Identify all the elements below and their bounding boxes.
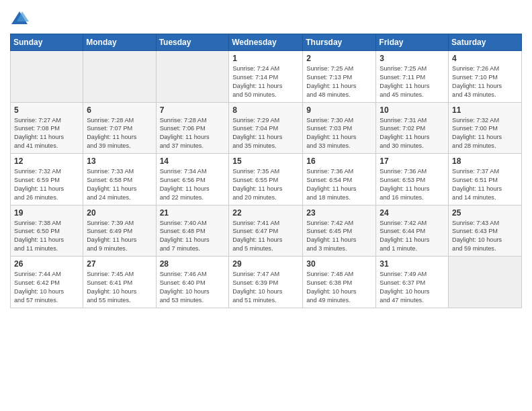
day-number: 5 (14, 105, 79, 115)
calendar-header-thursday: Thursday (303, 34, 376, 51)
calendar-cell: 7Sunrise: 7:28 AM Sunset: 7:06 PM Daylig… (156, 102, 229, 154)
calendar-cell: 1Sunrise: 7:24 AM Sunset: 7:14 PM Daylig… (229, 51, 303, 103)
calendar-cell (449, 257, 522, 308)
day-info: Sunrise: 7:49 AM Sunset: 6:37 PM Dayligh… (380, 270, 445, 305)
day-info: Sunrise: 7:42 AM Sunset: 6:44 PM Dayligh… (380, 219, 445, 254)
calendar-cell: 26Sunrise: 7:44 AM Sunset: 6:42 PM Dayli… (11, 257, 83, 308)
day-number: 8 (232, 105, 299, 115)
day-info: Sunrise: 7:40 AM Sunset: 6:48 PM Dayligh… (160, 219, 226, 254)
calendar-cell: 20Sunrise: 7:39 AM Sunset: 6:49 PM Dayli… (83, 205, 156, 257)
calendar-cell: 28Sunrise: 7:46 AM Sunset: 6:40 PM Dayli… (156, 257, 229, 308)
calendar-cell: 8Sunrise: 7:29 AM Sunset: 7:04 PM Daylig… (229, 102, 303, 154)
calendar-cell (11, 51, 83, 103)
calendar-week-5: 26Sunrise: 7:44 AM Sunset: 6:42 PM Dayli… (11, 257, 522, 308)
day-number: 27 (87, 259, 152, 269)
day-number: 29 (232, 259, 299, 269)
day-number: 24 (380, 208, 445, 218)
day-info: Sunrise: 7:35 AM Sunset: 6:55 PM Dayligh… (232, 167, 299, 202)
calendar-cell (156, 51, 229, 103)
day-number: 14 (160, 156, 226, 166)
day-number: 25 (452, 208, 518, 218)
calendar-cell: 19Sunrise: 7:38 AM Sunset: 6:50 PM Dayli… (11, 205, 83, 257)
calendar-cell: 2Sunrise: 7:25 AM Sunset: 7:13 PM Daylig… (303, 51, 376, 103)
day-number: 6 (87, 105, 152, 115)
day-number: 19 (14, 208, 79, 218)
calendar-header-monday: Monday (83, 34, 156, 51)
day-info: Sunrise: 7:28 AM Sunset: 7:06 PM Dayligh… (160, 116, 226, 151)
day-info: Sunrise: 7:32 AM Sunset: 7:00 PM Dayligh… (452, 116, 518, 151)
day-info: Sunrise: 7:25 AM Sunset: 7:11 PM Dayligh… (380, 64, 445, 99)
calendar-cell: 5Sunrise: 7:27 AM Sunset: 7:08 PM Daylig… (11, 102, 83, 154)
day-number: 10 (380, 105, 445, 115)
day-number: 12 (14, 156, 79, 166)
day-info: Sunrise: 7:38 AM Sunset: 6:50 PM Dayligh… (14, 219, 79, 254)
calendar-cell: 22Sunrise: 7:41 AM Sunset: 6:47 PM Dayli… (229, 205, 303, 257)
day-number: 2 (306, 54, 372, 63)
day-info: Sunrise: 7:44 AM Sunset: 6:42 PM Dayligh… (14, 270, 79, 305)
day-info: Sunrise: 7:45 AM Sunset: 6:41 PM Dayligh… (87, 270, 152, 305)
calendar-cell: 9Sunrise: 7:30 AM Sunset: 7:03 PM Daylig… (303, 102, 376, 154)
calendar-cell: 23Sunrise: 7:42 AM Sunset: 6:45 PM Dayli… (303, 205, 376, 257)
day-info: Sunrise: 7:31 AM Sunset: 7:02 PM Dayligh… (380, 116, 445, 151)
calendar-cell: 13Sunrise: 7:33 AM Sunset: 6:58 PM Dayli… (83, 154, 156, 205)
calendar-cell: 31Sunrise: 7:49 AM Sunset: 6:37 PM Dayli… (376, 257, 449, 308)
day-info: Sunrise: 7:46 AM Sunset: 6:40 PM Dayligh… (160, 270, 226, 305)
calendar-header-sunday: Sunday (11, 34, 83, 51)
day-info: Sunrise: 7:25 AM Sunset: 7:13 PM Dayligh… (306, 64, 372, 99)
calendar-cell: 24Sunrise: 7:42 AM Sunset: 6:44 PM Dayli… (376, 205, 449, 257)
day-info: Sunrise: 7:47 AM Sunset: 6:39 PM Dayligh… (232, 270, 299, 305)
day-info: Sunrise: 7:37 AM Sunset: 6:51 PM Dayligh… (452, 167, 518, 202)
day-number: 31 (380, 259, 445, 269)
day-info: Sunrise: 7:27 AM Sunset: 7:08 PM Dayligh… (14, 116, 79, 151)
day-info: Sunrise: 7:41 AM Sunset: 6:47 PM Dayligh… (232, 219, 299, 254)
calendar-week-1: 1Sunrise: 7:24 AM Sunset: 7:14 PM Daylig… (11, 51, 522, 103)
page: SundayMondayTuesdayWednesdayThursdayFrid… (0, 0, 532, 411)
day-number: 18 (452, 156, 518, 166)
logo-icon (10, 9, 29, 28)
day-info: Sunrise: 7:34 AM Sunset: 6:56 PM Dayligh… (160, 167, 226, 202)
day-number: 9 (306, 105, 372, 115)
calendar-cell: 29Sunrise: 7:47 AM Sunset: 6:39 PM Dayli… (229, 257, 303, 308)
day-number: 3 (380, 54, 445, 63)
day-info: Sunrise: 7:33 AM Sunset: 6:58 PM Dayligh… (87, 167, 152, 202)
calendar-cell: 6Sunrise: 7:28 AM Sunset: 7:07 PM Daylig… (83, 102, 156, 154)
day-info: Sunrise: 7:43 AM Sunset: 6:43 PM Dayligh… (452, 219, 518, 254)
calendar-cell: 10Sunrise: 7:31 AM Sunset: 7:02 PM Dayli… (376, 102, 449, 154)
calendar-cell (83, 51, 156, 103)
day-number: 23 (306, 208, 372, 218)
day-number: 30 (306, 259, 372, 269)
day-number: 21 (160, 208, 226, 218)
day-info: Sunrise: 7:30 AM Sunset: 7:03 PM Dayligh… (306, 116, 372, 151)
calendar-header-wednesday: Wednesday (229, 34, 303, 51)
calendar-cell: 15Sunrise: 7:35 AM Sunset: 6:55 PM Dayli… (229, 154, 303, 205)
calendar-cell: 18Sunrise: 7:37 AM Sunset: 6:51 PM Dayli… (449, 154, 522, 205)
calendar-cell: 27Sunrise: 7:45 AM Sunset: 6:41 PM Dayli… (83, 257, 156, 308)
calendar-cell: 4Sunrise: 7:26 AM Sunset: 7:10 PM Daylig… (449, 51, 522, 103)
calendar-week-2: 5Sunrise: 7:27 AM Sunset: 7:08 PM Daylig… (11, 102, 522, 154)
day-info: Sunrise: 7:36 AM Sunset: 6:54 PM Dayligh… (306, 167, 372, 202)
calendar-header-row: SundayMondayTuesdayWednesdayThursdayFrid… (11, 34, 522, 51)
day-number: 20 (87, 208, 152, 218)
logo (10, 9, 30, 28)
day-info: Sunrise: 7:29 AM Sunset: 7:04 PM Dayligh… (232, 116, 299, 151)
calendar-cell: 12Sunrise: 7:32 AM Sunset: 6:59 PM Dayli… (11, 154, 83, 205)
day-info: Sunrise: 7:24 AM Sunset: 7:14 PM Dayligh… (232, 64, 299, 99)
day-number: 4 (452, 54, 518, 63)
day-number: 22 (232, 208, 299, 218)
day-number: 15 (232, 156, 299, 166)
calendar-table: SundayMondayTuesdayWednesdayThursdayFrid… (10, 34, 522, 308)
calendar-cell: 14Sunrise: 7:34 AM Sunset: 6:56 PM Dayli… (156, 154, 229, 205)
day-info: Sunrise: 7:42 AM Sunset: 6:45 PM Dayligh… (306, 219, 372, 254)
day-number: 11 (452, 105, 518, 115)
day-info: Sunrise: 7:28 AM Sunset: 7:07 PM Dayligh… (87, 116, 152, 151)
calendar-cell: 11Sunrise: 7:32 AM Sunset: 7:00 PM Dayli… (449, 102, 522, 154)
calendar-week-3: 12Sunrise: 7:32 AM Sunset: 6:59 PM Dayli… (11, 154, 522, 205)
calendar-cell: 16Sunrise: 7:36 AM Sunset: 6:54 PM Dayli… (303, 154, 376, 205)
day-info: Sunrise: 7:48 AM Sunset: 6:38 PM Dayligh… (306, 270, 372, 305)
day-number: 7 (160, 105, 226, 115)
day-info: Sunrise: 7:32 AM Sunset: 6:59 PM Dayligh… (14, 167, 79, 202)
calendar-header-saturday: Saturday (449, 34, 522, 51)
day-number: 17 (380, 156, 445, 166)
day-number: 1 (232, 54, 299, 63)
day-info: Sunrise: 7:26 AM Sunset: 7:10 PM Dayligh… (452, 64, 518, 99)
